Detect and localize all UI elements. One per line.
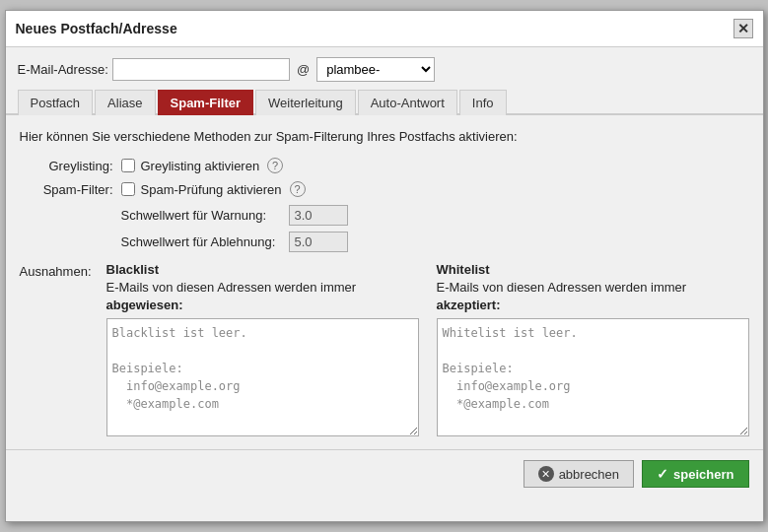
blacklist-description: E-Mails von diesen Adressen werden immer… — [106, 279, 419, 314]
tab-aliase[interactable]: Aliase — [95, 90, 155, 115]
greylisting-checkbox[interactable] — [121, 159, 135, 172]
spam-filter-help-icon[interactable]: ? — [290, 181, 306, 197]
rejection-threshold-row: Schwellwert für Ablehnung: — [121, 232, 749, 252]
whitelist-title: Whitelist — [437, 262, 749, 277]
tabs-bar: Postfach Aliase Spam-Filter Weiterleitun… — [6, 90, 763, 115]
whitelist-column: Whitelist E-Mails von diesen Adressen we… — [437, 262, 749, 439]
email-label: E-Mail-Adresse: — [18, 62, 108, 77]
blacklist-textarea[interactable]: Blacklist ist leer. Beispiele: info@exam… — [106, 318, 419, 436]
save-button[interactable]: ✓ speichern — [642, 460, 748, 488]
tab-spam-filter[interactable]: Spam-Filter — [158, 90, 254, 115]
description-text: Hier können Sie verschiedene Methoden zu… — [20, 129, 749, 144]
domain-select[interactable]: plambee- — [316, 57, 435, 82]
at-sign: @ — [294, 62, 313, 77]
greylisting-row: Greylisting: Greylisting aktivieren ? — [28, 158, 749, 173]
warning-threshold-input[interactable] — [289, 205, 348, 226]
spam-filter-checkbox-label[interactable]: Spam-Prüfung aktivieren ? — [121, 181, 306, 197]
spam-filter-checkbox[interactable] — [121, 182, 135, 196]
cancel-button[interactable]: ✕ abbrechen — [524, 460, 634, 488]
blacklist-column: Blacklist E-Mails von diesen Adressen we… — [106, 262, 419, 439]
tab-weiterleitung[interactable]: Weiterleitung — [255, 90, 356, 115]
save-icon: ✓ — [657, 466, 668, 482]
whitelist-textarea[interactable]: Whitelist ist leer. Beispiele: info@exam… — [437, 318, 749, 436]
warning-threshold-label: Schwellwert für Warnung: — [121, 208, 289, 223]
whitelist-desc-bold: akzeptiert: — [437, 298, 501, 312]
greylisting-help-icon[interactable]: ? — [267, 158, 283, 173]
whitelist-desc-line1: E-Mails von diesen Adressen werden immer — [437, 280, 687, 295]
exceptions-section: Ausnahmen: Blacklist E-Mails von diesen … — [20, 262, 749, 439]
blacklist-desc-bold: abgewiesen: — [106, 298, 183, 312]
spam-filter-label: Spam-Filter: — [28, 182, 121, 197]
footer: ✕ abbrechen ✓ speichern — [6, 449, 763, 498]
blacklist-title: Blacklist — [106, 262, 419, 277]
rejection-threshold-input[interactable] — [289, 232, 348, 252]
rejection-threshold-label: Schwellwert für Ablehnung: — [121, 234, 289, 249]
close-button[interactable]: ✕ — [733, 19, 753, 38]
spam-filter-checkbox-text: Spam-Prüfung aktivieren — [141, 182, 282, 197]
greylisting-checkbox-label[interactable]: Greylisting aktivieren ? — [121, 158, 284, 173]
content-area: Hier können Sie verschiedene Methoden zu… — [6, 115, 763, 449]
cancel-icon: ✕ — [538, 466, 554, 482]
warning-threshold-row: Schwellwert für Warnung: — [121, 205, 749, 226]
spam-filter-row: Spam-Filter: Spam-Prüfung aktivieren ? — [28, 181, 749, 197]
greylisting-label: Greylisting: — [28, 159, 121, 173]
whitelist-description: E-Mails von diesen Adressen werden immer… — [437, 279, 749, 314]
titlebar: Neues Postfach/Adresse ✕ — [6, 11, 763, 47]
dialog: Neues Postfach/Adresse ✕ E-Mail-Adresse:… — [5, 10, 764, 522]
list-columns: Blacklist E-Mails von diesen Adressen we… — [106, 262, 749, 439]
tab-info[interactable]: Info — [459, 90, 507, 115]
greylisting-checkbox-text: Greylisting aktivieren — [141, 159, 260, 173]
blacklist-desc-line1: E-Mails von diesen Adressen werden immer — [106, 280, 357, 295]
email-input[interactable] — [112, 58, 290, 81]
cancel-label: abbrechen — [559, 467, 619, 482]
exceptions-label: Ausnahmen: — [20, 262, 106, 439]
email-row: E-Mail-Adresse: @ plambee- — [6, 47, 763, 90]
tab-auto-antwort[interactable]: Auto-Antwort — [358, 90, 457, 115]
tab-postfach[interactable]: Postfach — [18, 90, 94, 115]
dialog-title: Neues Postfach/Adresse — [16, 21, 177, 36]
save-label: speichern — [673, 467, 733, 482]
